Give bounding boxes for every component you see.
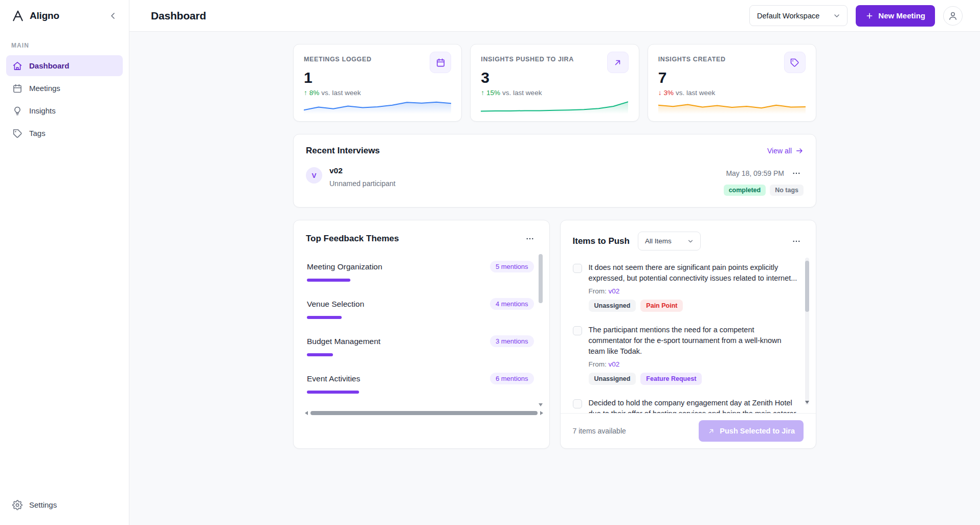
category-badge: Feature Request (640, 373, 702, 385)
stat-card-insights-created: INSIGHTS CREATED 7 ↓ 3% vs. last week (648, 44, 816, 122)
theme-item: Event Activities 6 mentions (306, 365, 535, 402)
mentions-badge: 5 mentions (490, 261, 534, 272)
stat-value: 3 (481, 69, 628, 86)
view-all-link[interactable]: View all (767, 147, 804, 155)
scroll-right-arrow-icon[interactable] (540, 411, 543, 415)
from-source-link[interactable]: v02 (609, 287, 620, 295)
push-item: Decided to hold the company engagement d… (573, 391, 799, 413)
stat-value: 1 (304, 69, 451, 86)
stat-label: INSIGHTS PUSHED TO JIRA (481, 54, 574, 63)
scroll-left-arrow-icon[interactable] (305, 411, 308, 415)
nav-section-label: MAIN (6, 42, 123, 55)
category-badge: Pain Point (640, 300, 683, 312)
recent-interviews-panel: Recent Interviews View all V v02 Unnamed… (293, 134, 816, 208)
vertical-scrollbar[interactable] (805, 258, 810, 412)
page-title: Dashboard (151, 10, 206, 22)
stat-change-pct: 3% (663, 89, 674, 97)
theme-name: Meeting Organization (307, 262, 382, 271)
user-menu-button[interactable] (943, 6, 963, 26)
ellipsis-icon (792, 237, 801, 246)
sidebar-item-label: Meetings (29, 84, 60, 93)
home-icon (12, 61, 23, 71)
chevron-down-icon (687, 238, 694, 245)
themes-more-button[interactable] (523, 232, 537, 246)
scroll-down-arrow-icon[interactable] (805, 401, 809, 404)
item-text: The participant mentions the need for a … (589, 325, 799, 357)
topbar-actions: Default Workspace New Meeting (749, 5, 963, 27)
sidebar-item-meetings[interactable]: Meetings (6, 78, 123, 99)
stat-compare-label: vs. last week (676, 89, 715, 97)
new-meeting-label: New Meeting (878, 11, 925, 20)
content: MEETINGS LOGGED 1 ↑ 8% vs. last week (129, 32, 980, 525)
sidebar-item-settings[interactable]: Settings (6, 494, 123, 515)
interview-participant: Unnamed participant (329, 179, 717, 188)
chevron-down-icon (833, 12, 841, 20)
mentions-badge: 3 mentions (490, 335, 534, 347)
items-footer: 7 items available Push Selected to Jira (561, 413, 816, 448)
theme-progress-bar (307, 353, 333, 356)
theme-name: Event Activities (307, 374, 360, 383)
arrow-right-icon (795, 147, 804, 155)
plus-icon (865, 12, 874, 20)
item-text: It does not seem there are significant p… (589, 262, 799, 284)
stats-row: MEETINGS LOGGED 1 ↑ 8% vs. last week (293, 44, 816, 122)
panel-title: Recent Interviews (306, 146, 380, 156)
interview-row[interactable]: V v02 Unnamed participant May 18, 09:59 … (306, 166, 804, 196)
trend-up-icon: ↑ (481, 89, 484, 97)
sidebar-item-tags[interactable]: Tags (6, 123, 123, 144)
new-meeting-button[interactable]: New Meeting (856, 5, 935, 27)
gear-icon (12, 500, 23, 510)
push-to-jira-label: Push Selected to Jira (720, 427, 795, 435)
logo-row: Aligno (0, 0, 129, 32)
panel-title: Top Feedback Themes (306, 234, 399, 244)
view-all-label: View all (767, 147, 792, 155)
settings-label: Settings (29, 500, 57, 509)
items-more-button[interactable] (789, 234, 804, 248)
avatar: V (306, 167, 322, 184)
app-name: Aligno (30, 10, 59, 21)
sidebar-item-dashboard[interactable]: Dashboard (6, 55, 123, 76)
theme-progress-bar (307, 279, 350, 282)
push-items-list: It does not seem there are significant p… (573, 256, 811, 413)
push-item: It does not seem there are significant p… (573, 256, 799, 318)
interview-more-button[interactable] (789, 166, 804, 180)
ellipsis-icon (792, 169, 801, 178)
ellipsis-icon (525, 234, 534, 243)
sparkline-meetings (304, 97, 451, 116)
push-item: The participant mentions the need for a … (573, 318, 799, 391)
main-area: Dashboard Default Workspace New Meeting (129, 0, 980, 525)
from-label: From: (589, 287, 607, 295)
topbar: Dashboard Default Workspace New Meeting (129, 0, 980, 32)
vertical-scrollbar-thumb[interactable] (539, 254, 543, 303)
sidebar-footer: Settings (0, 489, 129, 525)
item-checkbox[interactable] (573, 326, 582, 335)
theme-progress-bar (307, 391, 359, 394)
item-checkbox[interactable] (573, 399, 582, 408)
theme-name: Venue Selection (307, 300, 364, 309)
vertical-scrollbar-thumb[interactable] (805, 261, 809, 312)
sparkline-insights-pushed (481, 97, 628, 116)
sparkline-insights-created (658, 97, 806, 116)
vertical-scrollbar[interactable] (538, 254, 543, 408)
sidebar-nav: MAIN Dashboard Meetings Insights Tags (0, 32, 129, 145)
workspace-selector[interactable]: Default Workspace (749, 5, 848, 26)
user-icon (948, 11, 958, 21)
trend-up-icon: ↑ (304, 89, 307, 97)
sidebar-item-insights[interactable]: Insights (6, 100, 123, 121)
item-text: Decided to hold the company engagement d… (589, 398, 799, 413)
stat-card-meetings-logged: MEETINGS LOGGED 1 ↑ 8% vs. last week (293, 44, 462, 122)
item-checkbox[interactable] (573, 264, 582, 273)
stat-value: 7 (658, 69, 806, 86)
scroll-down-arrow-icon[interactable] (539, 403, 543, 406)
stat-label: MEETINGS LOGGED (304, 54, 371, 63)
items-filter-select[interactable]: All Items (638, 232, 701, 250)
push-to-jira-button[interactable]: Push Selected to Jira (699, 420, 804, 442)
horizontal-scrollbar[interactable] (305, 409, 543, 417)
lightbulb-icon (12, 106, 23, 116)
arrow-up-right-icon (707, 427, 715, 435)
bottom-row: Top Feedback Themes Meeting Organization… (293, 220, 816, 449)
horizontal-scrollbar-thumb[interactable] (310, 411, 538, 415)
sidebar-collapse-button[interactable] (105, 8, 121, 24)
from-source-link[interactable]: v02 (609, 360, 620, 368)
items-available-count: 7 items available (573, 427, 626, 435)
